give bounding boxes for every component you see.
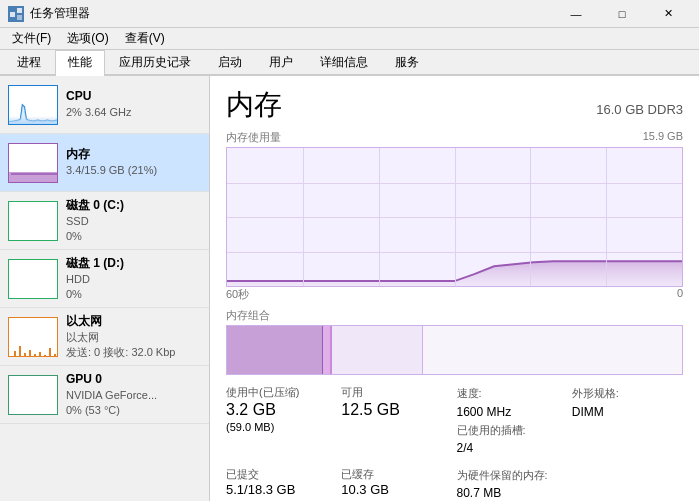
- tab-users[interactable]: 用户: [256, 50, 306, 74]
- mem-info: 内存 3.4/15.9 GB (21%): [66, 146, 201, 178]
- gpu-sub: NVIDIA GeForce...: [66, 388, 201, 403]
- stat-available-value: 12.5 GB: [341, 400, 452, 421]
- window-controls: — □ ✕: [553, 0, 691, 28]
- graph-usage-label: 内存使用量: [226, 130, 281, 145]
- svg-rect-10: [19, 346, 21, 357]
- disk1-value: 0%: [66, 287, 201, 302]
- panel-spec: 16.0 GB DDR3: [596, 102, 683, 117]
- stat-reserved-value: 80.7 MB: [457, 484, 684, 501]
- tab-performance[interactable]: 性能: [55, 50, 105, 76]
- grid-v4: [530, 148, 531, 286]
- mem-value: 3.4/15.9 GB (21%): [66, 163, 201, 178]
- window-title: 任务管理器: [30, 5, 553, 22]
- mem-title: 内存: [66, 146, 201, 163]
- stat-form-label: 外形规格:: [572, 385, 683, 403]
- stat-speed-value: 1600 MHz: [457, 403, 568, 422]
- disk1-mini-chart: [8, 259, 58, 299]
- cpu-info: CPU 2% 3.64 GHz: [66, 88, 201, 120]
- cpu-mini-chart: [8, 85, 58, 125]
- disk0-title: 磁盘 0 (C:): [66, 197, 201, 214]
- sidebar-item-memory[interactable]: 内存 3.4/15.9 GB (21%): [0, 134, 209, 192]
- panel-header: 内存 16.0 GB DDR3: [226, 86, 683, 124]
- svg-rect-5: [11, 174, 57, 182]
- usage-graph: [226, 147, 683, 287]
- stat-reserved-label: 为硬件保留的内存:: [457, 467, 684, 485]
- tab-bar: 进程 性能 应用历史记录 启动 用户 详细信息 服务: [0, 50, 699, 76]
- composition-inuse: [227, 326, 323, 374]
- sidebar-item-cpu[interactable]: CPU 2% 3.64 GHz: [0, 76, 209, 134]
- net-mini-chart: [8, 317, 58, 357]
- graph-zero-label: 0: [677, 287, 683, 302]
- svg-rect-11: [24, 353, 26, 357]
- stat-speed: 速度: 1600 MHz 已使用的插槽: 2/4: [457, 385, 568, 459]
- sidebar-item-network[interactable]: 以太网 以太网 发送: 0 接收: 32.0 Kbp: [0, 308, 209, 366]
- title-bar: 任务管理器 — □ ✕: [0, 0, 699, 28]
- stats-section: 使用中(已压缩) 3.2 GB (59.0 MB) 可用 12.5 GB 速度:…: [226, 385, 683, 501]
- svg-marker-4: [9, 105, 57, 124]
- svg-rect-15: [44, 355, 46, 357]
- svg-rect-17: [54, 354, 56, 357]
- maximize-button[interactable]: □: [599, 0, 645, 28]
- stat-inuse-sub: (59.0 MB): [226, 421, 337, 433]
- composition-section: 内存组合: [226, 308, 683, 375]
- stat-cached-label: 已缓存: [341, 467, 452, 482]
- net-title: 以太网: [66, 313, 201, 330]
- svg-rect-3: [17, 15, 22, 20]
- composition-graph: [226, 325, 683, 375]
- minimize-button[interactable]: —: [553, 0, 599, 28]
- disk0-value: 0%: [66, 229, 201, 244]
- stat-committed-value: 5.1/18.3 GB: [226, 482, 337, 499]
- close-button[interactable]: ✕: [645, 0, 691, 28]
- cpu-title: CPU: [66, 88, 201, 105]
- sidebar-item-disk1[interactable]: 磁盘 1 (D:) HDD 0%: [0, 250, 209, 308]
- stat-form-value: DIMM: [572, 403, 683, 422]
- svg-rect-14: [39, 352, 41, 357]
- menu-file[interactable]: 文件(F): [4, 28, 59, 49]
- tab-services[interactable]: 服务: [382, 50, 432, 74]
- tab-history[interactable]: 应用历史记录: [106, 50, 204, 74]
- disk0-info: 磁盘 0 (C:) SSD 0%: [66, 197, 201, 245]
- stat-inuse-label: 使用中(已压缩): [226, 385, 337, 400]
- right-panel: 内存 16.0 GB DDR3 内存使用量 15.9 GB: [210, 76, 699, 501]
- stat-available: 可用 12.5 GB: [341, 385, 452, 459]
- svg-rect-2: [17, 8, 22, 13]
- stat-inuse-value: 3.2 GB: [226, 400, 337, 421]
- stat-cached: 已缓存 10.3 GB: [341, 467, 452, 501]
- tab-details[interactable]: 详细信息: [307, 50, 381, 74]
- gpu-title: GPU 0: [66, 371, 201, 388]
- svg-rect-12: [29, 350, 31, 357]
- sidebar-item-gpu[interactable]: GPU 0 NVIDIA GeForce... 0% (53 °C): [0, 366, 209, 424]
- stat-speed-label: 速度:: [457, 385, 568, 403]
- stat-reserved: 为硬件保留的内存: 80.7 MB: [457, 467, 684, 501]
- graph-max-value: 15.9 GB: [643, 130, 683, 145]
- sidebar-item-disk0[interactable]: 磁盘 0 (C:) SSD 0%: [0, 192, 209, 250]
- stat-slots-label: 已使用的插槽:: [457, 422, 568, 440]
- menu-bar: 文件(F) 选项(O) 查看(V): [0, 28, 699, 50]
- svg-rect-13: [34, 354, 36, 357]
- disk0-sub: SSD: [66, 214, 201, 229]
- disk1-sub: HDD: [66, 272, 201, 287]
- menu-view[interactable]: 查看(V): [117, 28, 173, 49]
- disk1-info: 磁盘 1 (D:) HDD 0%: [66, 255, 201, 303]
- gpu-value: 0% (53 °C): [66, 403, 201, 418]
- grid-v3: [455, 148, 456, 286]
- graph-bottom-labels: 60秒 0: [226, 287, 683, 302]
- stat-form: 外形规格: DIMM: [572, 385, 683, 459]
- menu-options[interactable]: 选项(O): [59, 28, 116, 49]
- gpu-mini-chart: [8, 375, 58, 415]
- svg-rect-9: [14, 351, 16, 357]
- net-info: 以太网 以太网 发送: 0 接收: 32.0 Kbp: [66, 313, 201, 361]
- sidebar: CPU 2% 3.64 GHz 内存 3.4/15.9 GB (21%): [0, 76, 210, 501]
- svg-rect-1: [10, 12, 15, 17]
- stat-committed-label: 已提交: [226, 467, 337, 482]
- disk0-mini-chart: [8, 201, 58, 241]
- graph-top-labels: 内存使用量 15.9 GB: [226, 130, 683, 145]
- app-icon: [8, 6, 24, 22]
- composition-free: [423, 326, 682, 374]
- tab-startup[interactable]: 启动: [205, 50, 255, 74]
- mem-mini-chart: [8, 143, 58, 183]
- svg-rect-16: [49, 348, 51, 357]
- tab-process[interactable]: 进程: [4, 50, 54, 74]
- cpu-value: 2% 3.64 GHz: [66, 105, 201, 120]
- grid-v2: [379, 148, 380, 286]
